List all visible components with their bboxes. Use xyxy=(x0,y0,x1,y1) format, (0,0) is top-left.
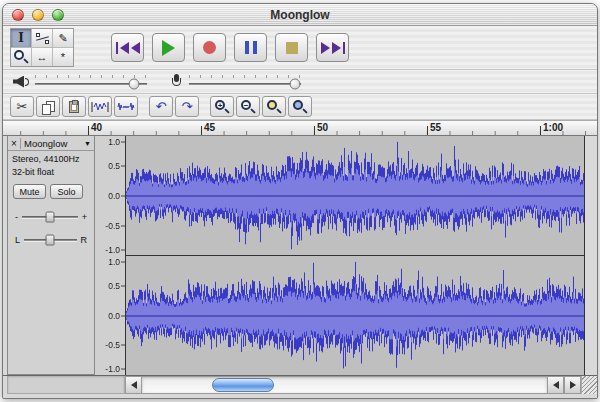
ruler-major-tick xyxy=(88,126,89,135)
mute-button[interactable]: Mute xyxy=(13,184,46,199)
minimize-button[interactable] xyxy=(32,9,44,21)
trim-button[interactable] xyxy=(88,96,112,117)
undo-button[interactable]: ↶ xyxy=(149,96,173,117)
resize-grip[interactable] xyxy=(581,376,597,394)
track-right-margin xyxy=(585,136,597,375)
window-bottom-edge xyxy=(3,394,597,398)
output-volume-icon xyxy=(13,76,29,88)
track-menu-dropdown-icon[interactable]: ▼ xyxy=(84,140,94,147)
track-format-label: Stereo, 44100Hz xyxy=(12,154,94,164)
horizontal-scrollbar xyxy=(3,376,597,394)
copy-button[interactable] xyxy=(36,96,60,117)
window-controls xyxy=(12,9,64,21)
ruler-label: 50 xyxy=(317,122,328,133)
timeline-ruler[interactable]: 404550551:00 xyxy=(3,120,597,136)
scrollbar-track[interactable] xyxy=(142,376,547,394)
vruler-label: -1.0 xyxy=(105,364,120,374)
zoom-window-button[interactable] xyxy=(52,9,64,21)
gain-min-label: - xyxy=(15,212,18,222)
vruler-tick xyxy=(121,315,125,316)
ruler-label: 40 xyxy=(91,122,102,133)
vruler-tick xyxy=(121,166,125,167)
zoom-tool[interactable] xyxy=(11,48,31,66)
envelope-tool[interactable] xyxy=(32,29,52,47)
tool-palette: I✎↔* xyxy=(10,28,74,67)
stop-button[interactable] xyxy=(275,33,308,62)
input-volume-slider[interactable] xyxy=(189,75,301,89)
vruler-tick xyxy=(121,345,125,346)
paste-button[interactable] xyxy=(62,96,86,117)
vruler-label: 0.0 xyxy=(108,311,120,321)
draw-tool[interactable]: ✎ xyxy=(53,29,73,47)
vruler-label: 1.0 xyxy=(108,257,120,267)
vruler-label: -0.5 xyxy=(105,221,120,231)
close-button[interactable] xyxy=(12,9,24,21)
right-arrow-icon xyxy=(570,381,576,389)
ruler-label: 45 xyxy=(204,122,215,133)
ruler-label: 55 xyxy=(430,122,441,133)
output-volume-slider[interactable] xyxy=(35,75,147,89)
titlebar[interactable]: Moonglow xyxy=(3,4,597,26)
vruler-tick xyxy=(121,196,125,197)
input-volume-thumb[interactable] xyxy=(290,78,301,89)
selection-tool[interactable]: I xyxy=(11,29,31,47)
pan-left-label: L xyxy=(15,235,20,245)
ruler-label: 1:00 xyxy=(543,122,563,133)
skip-to-end-button[interactable] xyxy=(316,33,349,62)
vruler-label: 0.5 xyxy=(108,281,120,291)
vruler-tick xyxy=(121,369,125,370)
scrollbar-thumb[interactable] xyxy=(212,378,274,392)
scroll-right-button[interactable] xyxy=(564,376,581,394)
fit-selection-button[interactable] xyxy=(262,96,286,117)
vruler-tick xyxy=(121,250,125,251)
scrollbar-left-spacer xyxy=(7,376,125,394)
output-volume-thumb[interactable] xyxy=(128,78,139,89)
fit-project-button[interactable] xyxy=(288,96,312,117)
vruler-label: -1.0 xyxy=(105,245,120,255)
ruler-major-tick xyxy=(314,126,315,135)
cut-button[interactable]: ✂ xyxy=(10,96,34,117)
waveform-right-channel[interactable] xyxy=(126,256,584,375)
silence-button[interactable] xyxy=(114,96,138,117)
audacity-window: Moonglow I✎↔* ✂↶↷+− 404550551:00 xyxy=(2,3,598,399)
multi-tool[interactable]: * xyxy=(53,48,73,66)
scroll-left-button[interactable] xyxy=(125,376,142,394)
track-moonglow: × Moonglow ▼ Stereo, 44100Hz 32-bit floa… xyxy=(3,136,597,376)
waveform-left-channel[interactable] xyxy=(126,136,584,256)
gain-slider[interactable]: - + xyxy=(15,212,87,222)
gain-thumb[interactable] xyxy=(45,212,54,223)
vertical-ruler: 1.00.50.0-0.5-1.01.00.50.0-0.5-1.0 xyxy=(95,136,125,375)
zoom-in-button[interactable]: + xyxy=(210,96,234,117)
ruler-major-tick xyxy=(540,126,541,135)
ruler-major-tick xyxy=(201,126,202,135)
skip-to-start-button[interactable] xyxy=(111,33,144,62)
vruler-tick xyxy=(121,262,125,263)
mixer-toolbar xyxy=(3,70,597,94)
track-title: Moonglow xyxy=(21,138,84,149)
pan-thumb[interactable] xyxy=(46,235,55,246)
track-sample-format-label: 32-bit float xyxy=(12,167,94,177)
vruler-tick xyxy=(121,226,125,227)
vruler-tick xyxy=(121,285,125,286)
edit-toolbar: ✂↶↷+− xyxy=(3,94,597,120)
record-button[interactable] xyxy=(193,33,226,62)
vruler-label: 0.5 xyxy=(108,161,120,171)
pause-button[interactable] xyxy=(234,33,267,62)
vertical-ruler-channel-1: 1.00.50.0-0.5-1.0 xyxy=(95,136,125,256)
play-button[interactable] xyxy=(152,33,185,62)
pan-slider[interactable]: L R xyxy=(15,235,87,245)
scroll-left-button-2[interactable] xyxy=(547,376,564,394)
redo-button[interactable]: ↷ xyxy=(175,96,199,117)
window-title: Moonglow xyxy=(3,4,597,25)
solo-button[interactable]: Solo xyxy=(50,184,83,199)
left-arrow-icon xyxy=(131,381,137,389)
input-volume-icon xyxy=(171,74,183,89)
vruler-label: 0.0 xyxy=(108,191,120,201)
waveform-display xyxy=(125,136,585,375)
track-close-icon[interactable]: × xyxy=(8,138,21,149)
track-header: × Moonglow ▼ xyxy=(8,136,94,151)
pan-right-label: R xyxy=(81,235,88,245)
timeshift-tool[interactable]: ↔ xyxy=(32,48,52,66)
zoom-out-button[interactable]: − xyxy=(236,96,260,117)
gain-max-label: + xyxy=(82,212,87,222)
